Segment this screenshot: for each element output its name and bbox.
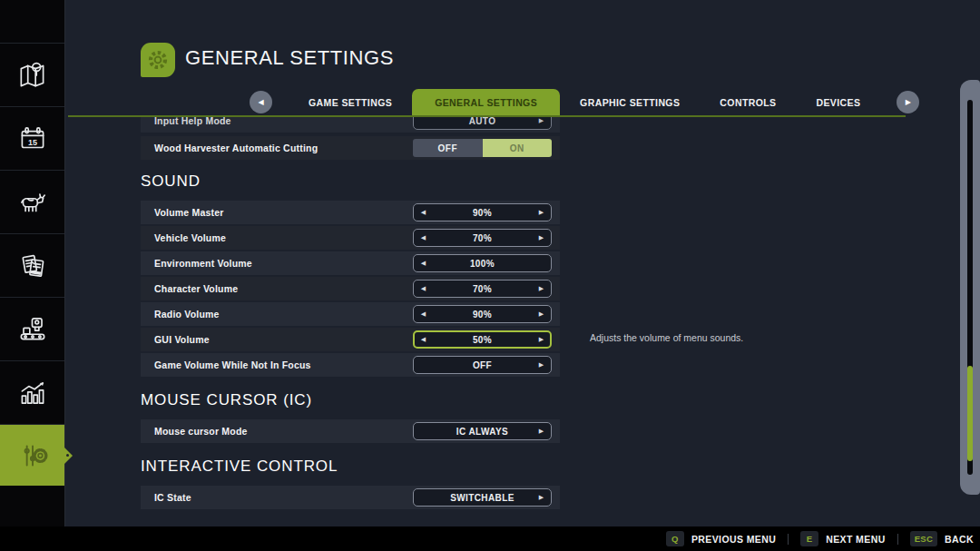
setting-value: 70% [427,233,537,243]
stats-icon [15,376,50,410]
setting-row-volume-master[interactable]: Volume Master ◀ 90% ▶ [141,201,560,224]
character-volume-control[interactable]: ◀ 70% ▶ [413,280,552,298]
tabs-prev-button[interactable]: ◀ [250,91,272,113]
increase-arrow-icon[interactable]: ▶ [537,361,545,369]
previous-menu-button[interactable]: Q PREVIOUS MENU [666,531,776,546]
tab-controls[interactable]: CONTROLS [700,89,796,115]
settings-sliders-gear-icon [15,438,50,473]
setting-label: Wood Harvester Automatic Cutting [154,143,318,153]
increase-arrow-icon[interactable]: ▶ [537,234,545,241]
increase-arrow-icon[interactable]: ▶ [537,117,545,124]
game-volume-focus-control[interactable]: ◀ OFF ▶ [413,356,552,374]
calendar-icon: 15 [15,122,50,156]
decrease-arrow-icon[interactable]: ◀ [419,310,427,318]
left-arrow-icon: ◀ [258,98,263,106]
back-label: BACK [945,534,974,545]
tab-devices[interactable]: DEVICES [796,89,880,115]
toggle-on-segment[interactable]: ON [483,139,553,157]
setting-value: OFF [427,360,537,370]
toggle-off-segment[interactable]: OFF [413,139,483,157]
setting-row-wood-harvester[interactable]: Wood Harvester Automatic Cutting OFF ON [141,136,560,160]
setting-row-mouse-cursor-mode[interactable]: Mouse cursor Mode ◀ IC ALWAYS ▶ [141,419,560,443]
key-esc: ESC [910,531,937,546]
scrollbar-thumb[interactable] [967,366,973,461]
setting-value: IC ALWAYS [427,427,537,437]
wood-harvester-toggle: OFF ON [413,139,552,157]
sidebar-spacer [0,0,64,43]
setting-label: Volume Master [154,207,224,218]
setting-row-ic-state[interactable]: IC State ◀ SWITCHABLE ▶ [141,486,560,509]
tabs-next-button[interactable]: ▶ [897,91,919,113]
decrease-arrow-icon[interactable]: ◀ [419,336,427,343]
section-title-sound: SOUND [141,172,560,191]
sidebar-item-map[interactable] [0,43,64,106]
increase-arrow-icon[interactable]: ▶ [537,285,545,292]
tab-graphic-settings[interactable]: GRAPHIC SETTINGS [560,89,700,115]
radio-volume-control[interactable]: ◀ 90% ▶ [413,305,552,323]
setting-row-environment-volume[interactable]: Environment Volume ◀ 100% ▶ [141,251,560,275]
setting-label: Vehicle Volume [154,232,226,243]
decrease-arrow-icon[interactable]: ◀ [419,260,427,267]
tab-bar: ◀ GAME SETTINGS GENERAL SETTINGS GRAPHIC… [65,89,919,115]
setting-label: Input Help Mode [154,117,231,126]
increase-arrow-icon[interactable]: ▶ [537,494,545,501]
sidebar-item-settings[interactable] [0,424,64,486]
setting-row-vehicle-volume[interactable]: Vehicle Volume ◀ 70% ▶ [141,226,560,250]
gear-icon [145,47,171,73]
setting-label: Radio Volume [154,309,220,320]
sidebar-item-production[interactable] [0,297,64,360]
setting-label: Environment Volume [154,258,252,269]
svg-text:15: 15 [28,137,37,146]
setting-row-gui-volume[interactable]: GUI Volume ◀ 50% ▶ [141,328,560,351]
tab-game-settings[interactable]: GAME SETTINGS [289,89,412,115]
previous-menu-label: PREVIOUS MENU [691,534,776,545]
setting-row-radio-volume[interactable]: Radio Volume ◀ 90% ▶ [141,302,560,326]
footer-separator [897,534,898,545]
setting-label: Mouse cursor Mode [154,426,248,437]
footer-separator [788,534,789,545]
key-e: E [800,531,818,546]
volume-master-control[interactable]: ◀ 90% ▶ [413,203,552,221]
page-title: GENERAL SETTINGS [185,46,394,70]
setting-row-game-volume-focus[interactable]: Game Volume While Not In Focus ◀ OFF ▶ [141,353,560,377]
mouse-cursor-mode-control[interactable]: ◀ IC ALWAYS ▶ [413,422,552,440]
production-icon [15,312,50,347]
decrease-arrow-icon[interactable]: ◀ [419,285,427,292]
next-menu-button[interactable]: E NEXT MENU [800,531,885,546]
increase-arrow-icon[interactable]: ▶ [537,209,545,216]
key-q: Q [666,531,684,546]
main-area: GENERAL SETTINGS ◀ GAME SETTINGS GENERAL… [65,0,980,526]
ic-state-control[interactable]: ◀ SWITCHABLE ▶ [413,488,552,507]
documents-icon [15,249,50,283]
map-icon [15,58,50,93]
clipped-row-wrapper: Input Help Mode ◀ AUTO ▶ [141,117,560,134]
scrollbar[interactable] [960,80,980,495]
setting-value: 100% [427,259,537,269]
setting-row-input-help-mode[interactable]: Input Help Mode ◀ AUTO ▶ [141,117,560,133]
vehicle-volume-control[interactable]: ◀ 70% ▶ [413,229,552,247]
input-help-mode-control[interactable]: ◀ AUTO ▶ [413,117,552,130]
setting-label: GUI Volume [154,334,210,345]
section-title-interactive-control: INTERACTIVE CONTROL [141,458,560,476]
settings-panel: Input Help Mode ◀ AUTO ▶ Wood Harvester … [141,117,560,511]
sidebar: 15 [0,0,65,526]
sidebar-item-animals[interactable] [0,170,64,233]
decrease-arrow-icon[interactable]: ◀ [419,234,427,241]
sidebar-item-statistics[interactable] [0,360,64,424]
gui-volume-control[interactable]: ◀ 50% ▶ [413,330,552,349]
increase-arrow-icon[interactable]: ▶ [537,336,545,343]
setting-value: SWITCHABLE [427,493,537,503]
section-title-mouse-cursor: MOUSE CURSOR (IC) [141,391,560,409]
setting-value: 70% [427,284,537,294]
sidebar-item-contracts[interactable] [0,233,64,297]
right-arrow-icon: ▶ [906,98,911,106]
environment-volume-control[interactable]: ◀ 100% ▶ [413,254,552,272]
tab-general-settings[interactable]: GENERAL SETTINGS [412,89,560,115]
setting-value: 90% [427,208,537,218]
sidebar-item-calendar[interactable]: 15 [0,106,64,170]
increase-arrow-icon[interactable]: ▶ [537,428,545,435]
back-button[interactable]: ESC BACK [910,531,974,546]
increase-arrow-icon[interactable]: ▶ [537,310,545,318]
decrease-arrow-icon[interactable]: ◀ [419,209,427,216]
setting-row-character-volume[interactable]: Character Volume ◀ 70% ▶ [141,277,560,300]
